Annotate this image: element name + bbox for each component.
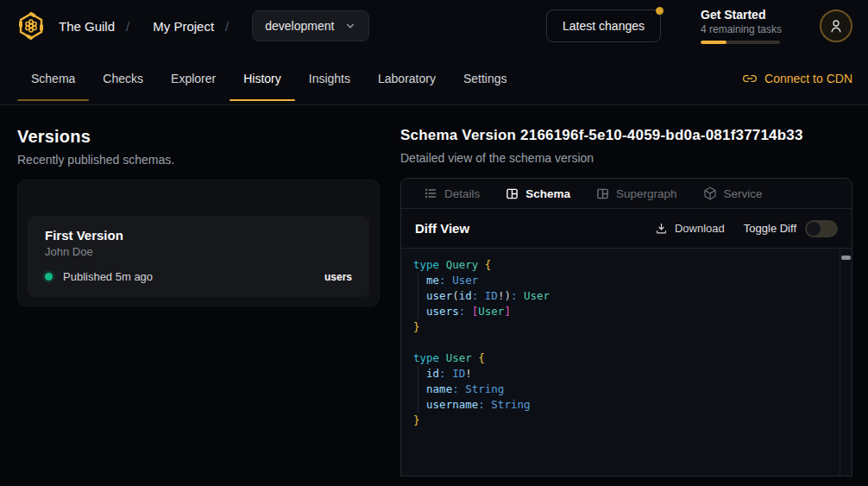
cube-icon [703,186,717,200]
hive-logo-icon[interactable] [16,10,47,41]
code-line: user(id: ID!): User [413,288,831,304]
version-detail-card: Details Schema Sup [400,178,852,477]
versions-subtitle: Recently published schemas. [17,153,400,167]
get-started-title: Get Started [701,8,780,22]
version-name: First Version [45,228,352,243]
code-line: users: [User] [413,304,831,319]
version-detail-panel: Schema Version 2166196f-5e10-4059-bd0a-0… [400,105,852,477]
version-list-item[interactable]: First Version John Doe Published 5m ago … [28,216,369,297]
tab-label: Settings [463,72,507,85]
code-line [413,335,831,350]
versions-list-card: First Version John Doe Published 5m ago … [17,180,380,306]
connect-to-cdn-link[interactable]: Connect to CDN [743,52,852,104]
code-line: type Query { [413,257,831,273]
tab-label: Explorer [171,72,216,85]
detail-tab-label: Details [444,187,480,200]
tab-settings[interactable]: Settings [450,52,521,104]
version-detail-subtitle: Detailed view of the schema version [400,151,852,165]
detail-tab-label: Supergraph [616,187,677,200]
detail-tab-label: Schema [525,187,570,200]
code-line: username: String [413,397,831,413]
latest-changes-label: Latest changes [563,19,645,33]
version-detail-title: Schema Version 2166196f-5e10-4059-bd0a-0… [400,127,852,144]
toggle-diff-switch[interactable] [805,220,838,237]
download-icon [655,222,668,235]
get-started-progress-fill [701,41,726,44]
columns-icon [506,187,519,200]
breadcrumb-separator: / [126,19,129,34]
user-avatar[interactable] [820,9,852,42]
target-selector-value: development [265,19,334,33]
version-author: John Doe [45,245,352,258]
tab-schema[interactable]: Schema [17,52,89,104]
code-line: name: String [413,382,831,397]
latest-changes-button[interactable]: Latest changes [546,9,661,42]
detail-tab-label: Service [724,187,763,200]
schema-code-viewer: type Query { me: User user(id: ID!): Use… [401,249,852,476]
toggle-diff-label: Toggle Diff [744,222,796,235]
diff-view-header: Diff View Download Toggle Diff [401,209,852,249]
versions-panel: Versions Recently published schemas. Fir… [17,105,400,477]
tab-service[interactable]: Service [703,186,763,200]
detail-tab-strip: Details Schema Sup [401,179,852,209]
get-started-subtitle: 4 remaining tasks [701,23,780,35]
toggle-knob [807,222,821,236]
tab-insights[interactable]: Insights [295,52,364,104]
connect-to-cdn-label: Connect to CDN [764,72,852,85]
project-nav: Schema Checks Explorer History Insights … [0,52,868,105]
code-line: } [413,413,831,428]
download-button[interactable]: Download [655,222,725,235]
versions-title: Versions [17,127,400,147]
tab-label: History [243,72,281,85]
list-icon [424,186,437,200]
tab-label: Checks [103,72,143,85]
target-selector[interactable]: development [252,10,369,41]
indent-guide [418,273,418,319]
code-line: type User { [413,350,831,366]
tab-label: Insights [309,72,350,85]
indent-guide [418,366,418,413]
breadcrumb-project[interactable]: My Project [153,19,214,34]
tab-supergraph[interactable]: Supergraph [596,187,677,200]
tab-checks[interactable]: Checks [89,52,157,104]
person-icon [828,18,844,34]
code-line: } [413,319,831,335]
code-line: me: User [413,273,831,288]
top-header: The Guild / My Project / development Lat… [0,0,868,52]
version-service-badge: users [324,271,352,283]
breadcrumb-org[interactable]: The Guild [59,19,115,34]
code-content: type Query { me: User user(id: ID!): Use… [413,257,831,428]
get-started-progress-track [701,41,780,44]
download-label: Download [675,222,725,235]
code-line: id: ID! [413,366,831,382]
tab-explorer[interactable]: Explorer [157,52,230,104]
breadcrumb-separator: / [225,19,229,34]
link-icon [743,72,757,85]
tab-details[interactable]: Details [424,186,480,200]
get-started-widget[interactable]: Get Started 4 remaining tasks [701,8,780,44]
published-status-dot [45,273,53,281]
tab-laboratory[interactable]: Laboratory [364,52,450,104]
diff-view-title: Diff View [415,221,469,236]
tab-history[interactable]: History [230,52,295,104]
tab-schema-view[interactable]: Schema [506,187,570,200]
notification-dot [656,7,664,15]
main-content: Versions Recently published schemas. Fir… [0,105,868,477]
tab-label: Laboratory [378,72,436,85]
chevron-down-icon [344,20,356,32]
code-scrollbar-thumb[interactable] [841,256,851,260]
columns-icon [596,187,609,200]
code-scrollbar[interactable] [840,249,852,476]
tab-label: Schema [31,72,75,85]
version-status: Published 5m ago [63,270,153,283]
